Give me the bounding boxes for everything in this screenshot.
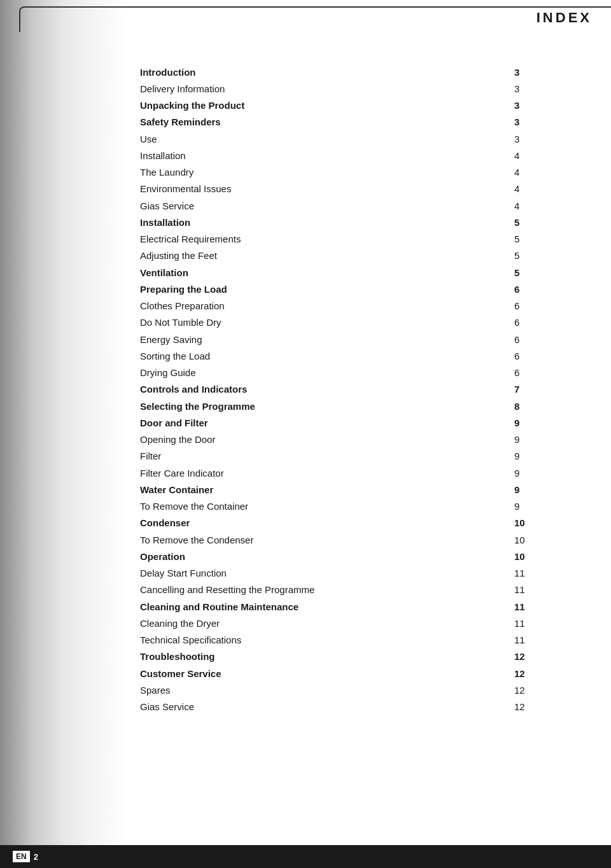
- toc-entry-title: Cleaning the Dryer: [140, 615, 508, 631]
- toc-entry: Gias Service4: [140, 197, 573, 214]
- toc-entry-title: Introduction: [140, 64, 508, 80]
- toc-entry-title: Gias Service: [140, 699, 508, 715]
- toc-entry: Filter Care Indicator9: [140, 465, 573, 481]
- toc-entry-page: 9: [508, 498, 573, 515]
- toc-entry-page: 9: [508, 414, 573, 431]
- toc-entry-page: 10: [508, 515, 573, 531]
- header-area: INDEX: [0, 0, 611, 38]
- toc-entry-title: Cleaning and Routine Maintenance: [140, 598, 508, 615]
- toc-entry: Safety Reminders3: [140, 114, 573, 130]
- toc-entry: Condenser10: [140, 515, 573, 531]
- toc-entry-title: The Laundry: [140, 164, 508, 181]
- toc-entry: Customer Service12: [140, 665, 573, 682]
- toc-entry: Installation5: [140, 214, 573, 230]
- toc-entry: To Remove the Container9: [140, 498, 573, 515]
- toc-entry: Door and Filter9: [140, 414, 573, 431]
- toc-entry: Introduction3: [140, 64, 573, 80]
- toc-entry-page: 12: [508, 682, 573, 698]
- toc-entry: Energy Saving6: [140, 331, 573, 347]
- toc-entry: Installation4: [140, 147, 573, 164]
- toc-entry: Controls and Indicators7: [140, 381, 573, 398]
- toc-entry-title: Troubleshooting: [140, 648, 508, 665]
- toc-entry: The Laundry4: [140, 164, 573, 181]
- toc-entry-title: Spares: [140, 682, 508, 698]
- toc-entry-title: Do Not Tumble Dry: [140, 314, 508, 331]
- toc-entry: Clothes Preparation6: [140, 298, 573, 314]
- toc-entry-title: Opening the Door: [140, 431, 508, 448]
- toc-entry-title: Condenser: [140, 515, 508, 531]
- toc-entry: Cleaning and Routine Maintenance11: [140, 598, 573, 615]
- toc-entry: Unpacking the Product3: [140, 97, 573, 114]
- toc-entry-page: 4: [508, 181, 573, 197]
- toc-entry-page: 9: [508, 431, 573, 448]
- toc-entry: Electrical Requirements5: [140, 231, 573, 248]
- toc-entry-page: 9: [508, 481, 573, 498]
- toc-entry-page: 5: [508, 248, 573, 264]
- toc-entry: Ventilation5: [140, 264, 573, 281]
- toc-entry-title: Drying Guide: [140, 365, 508, 381]
- header-border: [19, 6, 611, 32]
- toc-entry: Cleaning the Dryer11: [140, 615, 573, 631]
- toc-entry-page: 11: [508, 632, 573, 648]
- toc-entry: Use3: [140, 130, 573, 147]
- toc-entry-page: 7: [508, 381, 573, 398]
- toc-entry-page: 11: [508, 565, 573, 582]
- toc-entry-page: 12: [508, 648, 573, 665]
- toc-entry-page: 4: [508, 197, 573, 214]
- toc-entry: Technical Specifications11: [140, 632, 573, 648]
- toc-entry: Environmental Issues4: [140, 181, 573, 197]
- toc-entry-title: Use: [140, 130, 508, 147]
- toc-entry-page: 9: [508, 448, 573, 465]
- toc-entry-page: 8: [508, 398, 573, 414]
- main-content: Introduction3Delivery Information3Unpack…: [140, 57, 573, 722]
- toc-entry: Opening the Door9: [140, 431, 573, 448]
- toc-entry-title: Selecting the Programme: [140, 398, 508, 414]
- toc-entry-page: 3: [508, 114, 573, 130]
- toc-entry-title: Installation: [140, 147, 508, 164]
- toc-entry-title: Gias Service: [140, 197, 508, 214]
- toc-entry: To Remove the Condenser10: [140, 531, 573, 548]
- toc-entry-title: Operation: [140, 548, 508, 564]
- toc-entry-title: Delay Start Function: [140, 565, 508, 582]
- toc-entry: Drying Guide6: [140, 365, 573, 381]
- toc-entry: Filter9: [140, 448, 573, 465]
- toc-entry-page: 6: [508, 298, 573, 314]
- toc-entry-page: 11: [508, 598, 573, 615]
- toc-entry-title: Water Container: [140, 481, 508, 498]
- toc-entry: Delivery Information3: [140, 80, 573, 97]
- toc-entry: Sorting the Load6: [140, 347, 573, 364]
- toc-entry: Do Not Tumble Dry6: [140, 314, 573, 331]
- toc-entry-page: 12: [508, 665, 573, 682]
- toc-entry: Delay Start Function11: [140, 565, 573, 582]
- footer-language: EN: [13, 851, 30, 862]
- toc-entry-page: 5: [508, 231, 573, 248]
- toc-entry-title: Environmental Issues: [140, 181, 508, 197]
- toc-entry: Water Container9: [140, 481, 573, 498]
- toc-entry-title: Adjusting the Feet: [140, 248, 508, 264]
- toc-entry: Spares12: [140, 682, 573, 698]
- toc-entry-title: Sorting the Load: [140, 347, 508, 364]
- toc-entry-title: Electrical Requirements: [140, 231, 508, 248]
- toc-entry-title: Installation: [140, 214, 508, 230]
- left-sidebar: [0, 0, 127, 868]
- toc-entry-page: 6: [508, 314, 573, 331]
- toc-entry-page: 5: [508, 264, 573, 281]
- toc-entry-page: 4: [508, 147, 573, 164]
- toc-entry-page: 11: [508, 582, 573, 598]
- toc-entry-page: 3: [508, 130, 573, 147]
- toc-entry-page: 6: [508, 365, 573, 381]
- toc-entry: Cancelling and Resetting the Programme11: [140, 582, 573, 598]
- toc-entry-title: Filter: [140, 448, 508, 465]
- toc-entry: Adjusting the Feet5: [140, 248, 573, 264]
- toc-entry-page: 10: [508, 531, 573, 548]
- toc-entry-page: 3: [508, 97, 573, 114]
- toc-entry-page: 4: [508, 164, 573, 181]
- toc-entry-title: Clothes Preparation: [140, 298, 508, 314]
- toc-entry-title: Door and Filter: [140, 414, 508, 431]
- toc-entry: Gias Service12: [140, 699, 573, 715]
- toc-entry-title: Safety Reminders: [140, 114, 508, 130]
- toc-entry-page: 5: [508, 214, 573, 230]
- toc-entry-page: 11: [508, 615, 573, 631]
- footer: EN 2: [0, 845, 611, 868]
- toc-entry-page: 3: [508, 80, 573, 97]
